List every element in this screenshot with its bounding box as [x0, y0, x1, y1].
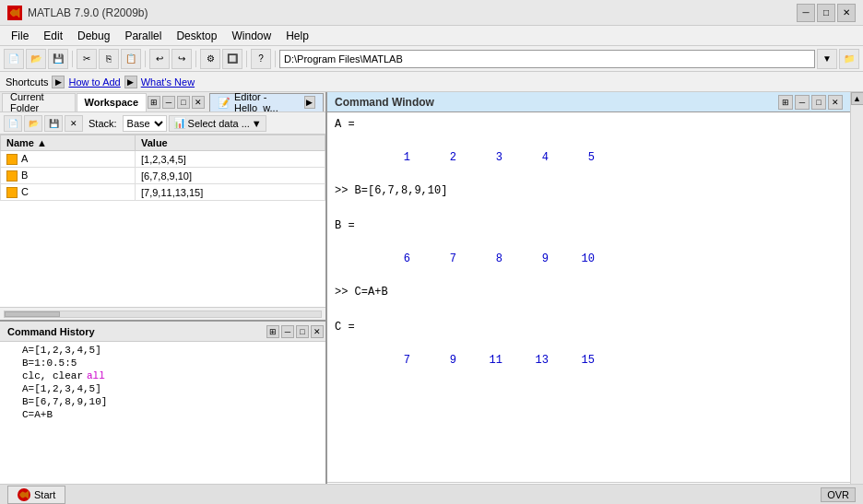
cw-line [335, 336, 843, 354]
number-row: 79111315 [335, 354, 843, 367]
cw-line: C = [335, 319, 843, 336]
left-panel-maximize[interactable]: □ [177, 96, 190, 109]
workspace-hscrollbar[interactable] [0, 307, 325, 320]
cmd-history-controls: ⊞ ─ □ ✕ [266, 325, 324, 338]
cmd-history-label: Command History [2, 326, 100, 337]
left-panel: Current Folder Workspace ⊞ ─ □ ✕ 📝 Edito… [0, 92, 327, 504]
menu-item-debug[interactable]: Debug [70, 28, 117, 44]
menu-item-edit[interactable]: Edit [36, 28, 70, 44]
number-cell: 4 [510, 151, 556, 164]
tab-workspace[interactable]: Workspace [77, 93, 148, 111]
redo-button[interactable]: ↪ [171, 49, 192, 69]
maximize-button[interactable]: □ [817, 4, 835, 22]
ch-minimize-button[interactable]: ─ [281, 325, 294, 338]
title-bar-left: MATLAB 7.9.0 (R2009b) [7, 6, 148, 20]
cw-minimize-button[interactable]: ─ [795, 95, 810, 110]
ch-close-button[interactable]: ✕ [311, 325, 324, 338]
cmd-window-vscrollbar[interactable]: ▲ ▼ [850, 92, 863, 504]
title-bar: MATLAB 7.9.0 (R2009b) ─ □ ✕ [0, 0, 863, 26]
cmd-history-tabs: Command History ⊞ ─ □ ✕ [0, 322, 325, 342]
ws-open-var-button[interactable]: 📂 [24, 115, 42, 132]
start-button[interactable]: Start [7, 486, 65, 504]
editor-tab-controls[interactable]: ▶ [304, 96, 315, 109]
matlab-icon [7, 6, 22, 20]
simulink-button[interactable]: ⚙ [200, 49, 220, 69]
save-button[interactable]: 💾 [48, 49, 68, 69]
tab-editor-icon: 📝 [218, 97, 231, 109]
open-button[interactable]: 📂 [26, 49, 46, 69]
select-data-arrow: ▼ [252, 118, 262, 129]
number-cell: 1 [372, 151, 418, 164]
number-cell: 8 [464, 252, 510, 265]
start-label: Start [34, 489, 55, 500]
tab-current-folder[interactable]: Current Folder [2, 93, 76, 111]
help-button[interactable]: ? [251, 49, 271, 69]
table-row[interactable]: C [7,9,11,13,15] [1, 184, 325, 201]
menu-item-desktop[interactable]: Desktop [169, 28, 224, 44]
number-cell: 7 [372, 354, 418, 367]
cw-undock-button[interactable]: ⊞ [778, 95, 793, 110]
cw-line: B = [335, 217, 843, 235]
ovr-label: OVR [821, 487, 856, 502]
status-bar: Start OVR [0, 484, 863, 504]
var-value-cell: [7,9,11,13,15] [136, 184, 325, 201]
menu-item-help[interactable]: Help [278, 28, 316, 44]
ws-save-button[interactable]: 💾 [44, 115, 63, 132]
list-item[interactable]: C=A+B [4, 408, 322, 421]
command-history-panel: Command History ⊞ ─ □ ✕ A=[1,2,3,4,5]B=1… [0, 320, 325, 504]
cw-close-button[interactable]: ✕ [828, 95, 843, 110]
workspace-table: Name ▲ Value A [1,2,3,4,5] B [6,7,8,9,10… [0, 135, 325, 307]
ws-delete-button[interactable]: ✕ [65, 115, 83, 132]
tab-editor[interactable]: 📝 Editor - Hello_w... ▶ [209, 93, 324, 111]
left-panel-close[interactable]: ✕ [192, 96, 205, 109]
scroll-up-button[interactable]: ▲ [851, 92, 864, 105]
list-item[interactable]: A=[1,2,3,4,5] [4, 344, 322, 357]
number-cell: 15 [556, 354, 602, 367]
guide-button[interactable]: 🔲 [222, 49, 242, 69]
cut-button[interactable]: ✂ [77, 49, 97, 69]
new-file-button[interactable]: 📄 [4, 49, 24, 69]
scroll-track[interactable] [851, 105, 863, 491]
left-panel-minimize[interactable]: ─ [162, 96, 175, 109]
path-input[interactable] [279, 50, 815, 68]
undock-button[interactable]: ⊞ [148, 96, 160, 109]
cmd-window-tabs: Command Window ⊞ ─ □ ✕ [327, 92, 850, 112]
var-value-cell: [1,2,3,4,5] [136, 151, 325, 168]
table-row[interactable]: A [1,2,3,4,5] [1, 151, 325, 168]
browse-button[interactable]: ▼ [817, 49, 837, 69]
how-to-add-link[interactable]: How to Add [68, 76, 120, 88]
ch-undock-button[interactable]: ⊞ [266, 325, 279, 338]
window-title: MATLAB 7.9.0 (R2009b) [28, 6, 148, 19]
table-row[interactable]: B [6,7,8,9,10] [1, 168, 325, 184]
browse-folder-button[interactable]: 📁 [839, 49, 859, 69]
undo-button[interactable]: ↩ [149, 49, 170, 69]
minimize-button[interactable]: ─ [797, 4, 815, 22]
copy-button[interactable]: ⎘ [99, 49, 119, 69]
select-data-button[interactable]: 📊 Select data ... ▼ [169, 115, 266, 132]
list-item[interactable]: clc, clear all [4, 369, 322, 382]
close-button[interactable]: ✕ [837, 4, 856, 22]
number-cell: 3 [464, 151, 510, 164]
number-cell: 5 [556, 151, 602, 164]
number-cell: 10 [556, 252, 602, 265]
list-item[interactable]: B=[6,7,8,9,10] [4, 395, 322, 408]
hscroll-track[interactable] [4, 311, 322, 318]
ws-new-var-button[interactable]: 📄 [4, 115, 22, 132]
whats-new-link[interactable]: What's New [141, 76, 195, 88]
cmd-window-content[interactable]: A = 12345 >> B=[6,7,8,9,10] B = 678910 >… [327, 112, 850, 482]
menu-item-parallel[interactable]: Parallel [117, 28, 169, 44]
menu-item-file[interactable]: File [4, 28, 36, 44]
paste-button[interactable]: 📋 [121, 49, 141, 69]
var-icon [6, 154, 18, 165]
list-item[interactable]: B=1:0.5:5 [4, 357, 322, 369]
number-cell: 13 [510, 354, 556, 367]
ch-maximize-button[interactable]: □ [296, 325, 309, 338]
number-cell: 9 [418, 354, 464, 367]
cw-maximize-button[interactable]: □ [811, 95, 826, 110]
stack-select[interactable]: Base [123, 115, 167, 132]
whats-new-icon: ▶ [124, 76, 137, 88]
menu-item-window[interactable]: Window [224, 28, 278, 44]
hscroll-thumb[interactable] [5, 311, 60, 317]
tab-editor-label: Editor - Hello_w... [234, 91, 301, 113]
list-item[interactable]: A=[1,2,3,4,5] [4, 382, 322, 395]
